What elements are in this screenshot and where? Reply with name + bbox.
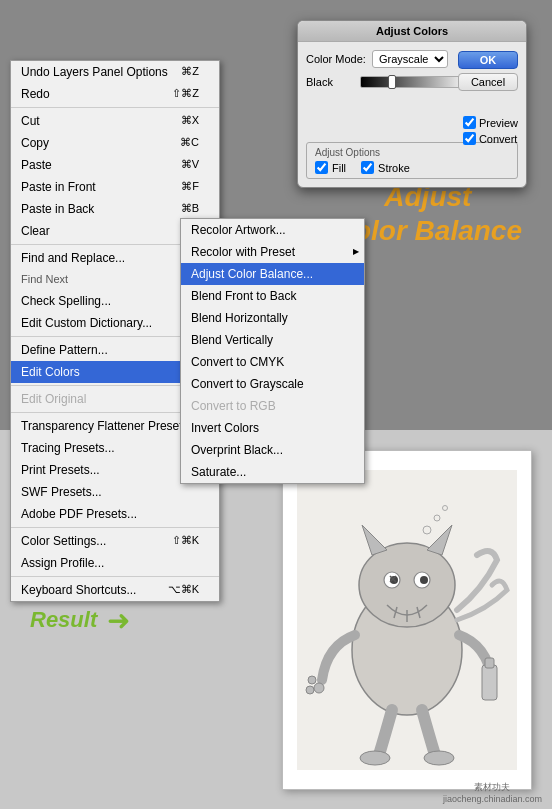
submenu-blend-front-back[interactable]: Blend Front to Back: [181, 285, 364, 307]
watermark: 素材功夫 jiaocheng.chinadian.com: [443, 781, 542, 804]
color-mode-label: Color Mode:: [306, 53, 366, 65]
fill-checkbox[interactable]: [315, 161, 328, 174]
preview-check-item: Preview: [463, 116, 518, 129]
stroke-checkbox[interactable]: [361, 161, 374, 174]
menu-item-cut[interactable]: Cut ⌘X: [11, 110, 219, 132]
top-section: Undo Layers Panel Options ⌘Z Redo ⇧⌘Z Cu…: [0, 0, 552, 430]
submenu-blend-vertically[interactable]: Blend Vertically: [181, 329, 364, 351]
submenu-convert-grayscale[interactable]: Convert to Grayscale: [181, 373, 364, 395]
color-mode-select[interactable]: Grayscale: [372, 50, 448, 68]
dialog-buttons: OK Cancel: [458, 51, 518, 91]
fill-label: Fill: [332, 162, 346, 174]
menu-item-undo[interactable]: Undo Layers Panel Options ⌘Z: [11, 61, 219, 83]
menu-item-assign-profile[interactable]: Assign Profile...: [11, 552, 219, 574]
svg-point-8: [420, 576, 428, 584]
fill-checkbox-row: Fill: [315, 161, 346, 174]
adjust-options-title: Adjust Options: [315, 147, 509, 158]
submenu-recolor-preset[interactable]: Recolor with Preset: [181, 241, 364, 263]
preview-checkbox[interactable]: [463, 116, 476, 129]
menu-item-pdf-presets[interactable]: Adobe PDF Presets...: [11, 503, 219, 525]
submenu-convert-cmyk[interactable]: Convert to CMYK: [181, 351, 364, 373]
stroke-label: Stroke: [378, 162, 410, 174]
svg-point-20: [424, 751, 454, 765]
separator-7: [11, 576, 219, 577]
submenu-blend-horizontally[interactable]: Blend Horizontally: [181, 307, 364, 329]
submenu-saturate[interactable]: Saturate...: [181, 461, 364, 483]
ok-button[interactable]: OK: [458, 51, 518, 69]
submenu-convert-rgb[interactable]: Convert to RGB: [181, 395, 364, 417]
black-label: Black: [306, 76, 356, 88]
svg-point-17: [308, 676, 316, 684]
separator-6: [11, 527, 219, 528]
artwork-canvas: [282, 450, 532, 790]
svg-point-16: [314, 683, 324, 693]
adjust-options: Adjust Options Fill Stroke: [306, 142, 518, 179]
convert-checkbox[interactable]: [463, 132, 476, 145]
result-text: Result: [30, 607, 97, 633]
convert-check-item: Convert: [463, 132, 518, 145]
menu-item-redo[interactable]: Redo ⇧⌘Z: [11, 83, 219, 105]
dialog-titlebar: Adjust Colors: [298, 21, 526, 42]
svg-point-19: [360, 751, 390, 765]
menu-item-copy[interactable]: Copy ⌘C: [11, 132, 219, 154]
menu-item-paste-front[interactable]: Paste in Front ⌘F: [11, 176, 219, 198]
svg-rect-15: [485, 658, 494, 668]
submenu-adjust-color-balance[interactable]: Adjust Color Balance...: [181, 263, 364, 285]
result-label: Result ➜: [30, 603, 130, 636]
svg-rect-14: [482, 665, 497, 700]
separator-1: [11, 107, 219, 108]
result-arrow: ➜: [107, 603, 130, 636]
slider-thumb: [388, 75, 396, 89]
adjust-colors-dialog: Adjust Colors Color Mode: Grayscale Blac…: [297, 20, 527, 188]
stroke-checkbox-row: Stroke: [361, 161, 410, 174]
submenu-overprint-black[interactable]: Overprint Black...: [181, 439, 364, 461]
convert-label: Convert: [479, 133, 518, 145]
cancel-button[interactable]: Cancel: [458, 73, 518, 91]
menu-item-paste[interactable]: Paste ⌘V: [11, 154, 219, 176]
black-slider[interactable]: [360, 76, 470, 88]
menu-item-keyboard-shortcuts[interactable]: Keyboard Shortcuts... ⌥⌘K: [11, 579, 219, 601]
preview-label: Preview: [479, 117, 518, 129]
right-checkboxes: Preview Convert: [463, 116, 518, 145]
menu-item-paste-back[interactable]: Paste in Back ⌘B: [11, 198, 219, 220]
monster-illustration: [297, 470, 517, 770]
submenu-edit-colors: Recolor Artwork... Recolor with Preset A…: [180, 218, 365, 484]
svg-point-18: [306, 686, 314, 694]
submenu-invert-colors[interactable]: Invert Colors: [181, 417, 364, 439]
submenu-recolor-artwork[interactable]: Recolor Artwork...: [181, 219, 364, 241]
menu-item-color-settings[interactable]: Color Settings... ⇧⌘K: [11, 530, 219, 552]
